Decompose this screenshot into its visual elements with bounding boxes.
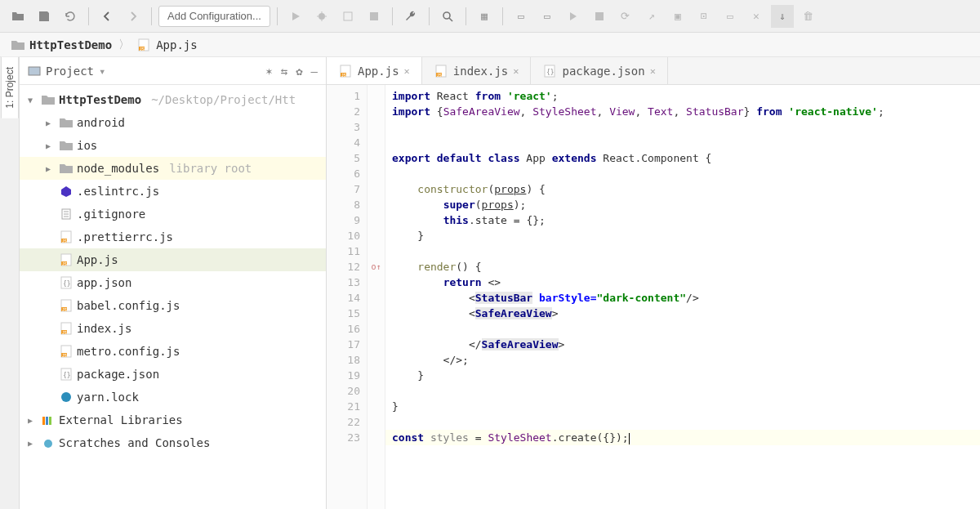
breadcrumb-file[interactable]: JS App.js [136,38,198,52]
svg-point-3 [443,12,450,19]
tree-item[interactable]: ▶ios [20,134,326,157]
tree-item[interactable]: JSmetro.config.js [20,340,326,363]
folder-icon [59,115,74,130]
scratches-icon [41,435,56,450]
svg-point-34 [44,440,52,448]
expand-icon[interactable]: ⇆ [281,65,287,78]
close-proj-icon[interactable]: ✕ [745,5,768,28]
marker-gutter: o↑ [368,85,385,509]
trash-icon[interactable]: 🗑 [797,5,820,28]
open-icon[interactable] [7,5,29,28]
js-icon: JS [59,344,74,359]
stop-icon[interactable] [363,5,385,28]
svg-text:JS: JS [62,239,68,243]
svg-text:JS: JS [62,307,68,312]
device-icon[interactable]: ▭ [536,5,559,28]
run-config-select[interactable]: Add Configuration... [158,6,270,27]
js-icon: JS [59,252,74,267]
sidebar-tab-project[interactable]: 1: Project [1,57,19,118]
tree-item[interactable]: .gitignore [20,203,326,225]
forward-icon[interactable] [122,5,145,28]
code-editor[interactable]: 1234567891011121314151617181920212223 o↑… [327,85,980,509]
folder-icon [41,92,56,107]
close-tab-icon[interactable]: ✕ [650,65,656,77]
text-icon [59,207,74,221]
tree-item[interactable]: .eslintrc.js [20,180,326,203]
svg-text:{}: {} [546,69,555,76]
layout-icon[interactable]: ▣ [666,5,689,28]
svg-rect-1 [344,12,352,20]
save-icon[interactable] [33,5,56,28]
svg-point-30 [61,392,71,402]
js-file-icon: JS [434,64,448,78]
svg-rect-2 [370,12,378,20]
apply-icon[interactable]: ⟳ [614,5,637,28]
avd-icon[interactable]: ▦ [473,5,496,28]
yarn-icon [59,390,74,404]
project-tree[interactable]: ▼HttpTestDemo~/Desktop/Project/Htt▶andro… [20,85,326,509]
svg-rect-4 [595,12,604,20]
search-icon[interactable] [436,5,459,28]
tree-external-libs[interactable]: ▶External Libraries [20,409,326,431]
tree-root[interactable]: ▼HttpTestDemo~/Desktop/Project/Htt [20,88,326,111]
svg-rect-33 [49,417,51,425]
attach-run-icon[interactable] [562,5,585,28]
tree-item[interactable]: ▶node_moduleslibrary root [20,157,326,180]
tree-item[interactable]: ▶android [20,111,326,134]
chevron-down-icon[interactable]: ▾ [99,65,105,78]
svg-text:{}: {} [63,280,71,288]
more1-icon[interactable]: ▭ [719,5,742,28]
tree-scratches[interactable]: ▶Scratches and Consoles [20,431,326,454]
coverage-icon[interactable] [336,5,359,28]
svg-text:{}: {} [63,372,71,379]
sdk-icon[interactable]: ▭ [510,5,532,28]
svg-text:JS: JS [62,353,68,358]
json-icon: {} [59,275,74,290]
js-file-icon: JS [338,64,353,78]
json-file-icon: {} [542,64,557,78]
tree-item[interactable]: JSApp.js [20,248,326,271]
tree-item[interactable]: {}app.json [20,271,326,294]
svg-marker-9 [61,186,71,197]
reload-icon[interactable] [59,5,82,28]
svg-text:JS: JS [140,46,145,51]
editor-tabs: JSApp.js✕JSindex.js✕{}package.json✕ [327,57,980,85]
editor-tab[interactable]: JSindex.js✕ [422,57,532,84]
wrench-icon[interactable] [399,5,422,28]
folder-icon [59,161,74,176]
chevron-right-icon: 〉 [118,38,130,52]
svg-point-0 [318,13,325,20]
tree-item[interactable]: yarn.lock [20,386,326,409]
profiler-icon[interactable]: ↗ [640,5,663,28]
gear-icon[interactable]: ✿ [296,65,302,78]
editor-tab[interactable]: JSApp.js✕ [327,57,422,84]
breadcrumb: HttpTestDemo 〉 JS App.js [0,33,980,57]
close-tab-icon[interactable]: ✕ [404,65,410,77]
back-icon[interactable] [96,5,118,28]
editor-tab[interactable]: {}package.json✕ [531,57,667,84]
js-icon: JS [59,321,74,336]
svg-rect-32 [46,417,48,425]
json-icon: {} [59,367,74,382]
line-number-gutter: 1234567891011121314151617181920212223 [327,85,368,509]
debug-icon[interactable] [310,5,333,28]
code-content[interactable]: import React from 'react'; import {SafeA… [385,85,980,509]
locate-icon[interactable]: ✶ [265,65,272,78]
attach-stop-icon[interactable] [588,5,611,28]
library-icon [41,413,56,427]
svg-text:JS: JS [341,72,347,77]
attach-debug-icon[interactable]: ⊡ [693,5,715,28]
tree-item[interactable]: JSindex.js [20,317,326,340]
close-tab-icon[interactable]: ✕ [513,65,519,77]
js-icon: JS [59,230,74,244]
breadcrumb-root[interactable]: HttpTestDemo [11,38,112,51]
project-panel-header: Project ▾ ✶ ⇆ ✿ — [20,57,326,85]
tree-item[interactable]: JS.prettierrc.js [20,225,326,248]
hide-panel-icon[interactable]: — [311,65,318,78]
tree-item[interactable]: JSbabel.config.js [20,294,326,317]
project-panel-title[interactable]: Project [46,65,94,78]
eslint-icon [59,184,74,199]
import-icon[interactable]: ⇓ [771,5,794,28]
tree-item[interactable]: {}package.json [20,363,326,386]
run-icon[interactable] [284,5,307,28]
